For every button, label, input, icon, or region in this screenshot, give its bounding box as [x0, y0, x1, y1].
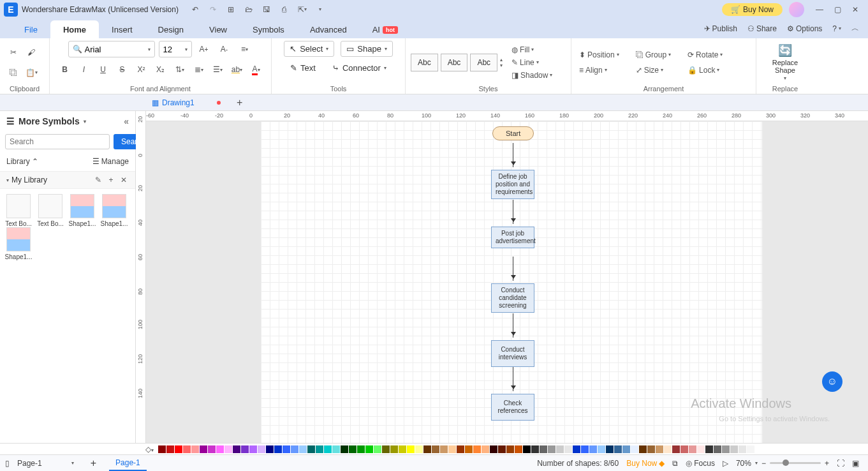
- color-swatch[interactable]: [631, 445, 638, 453]
- zoom-level[interactable]: 70%: [736, 459, 751, 468]
- flowchart-box-3[interactable]: Conduct candidate screening: [491, 283, 534, 313]
- menu-advanced[interactable]: Advanced: [297, 20, 360, 38]
- color-swatch[interactable]: [581, 445, 589, 453]
- fill-button[interactable]: ◍Fill▾: [509, 44, 555, 56]
- color-swatch[interactable]: [291, 445, 298, 453]
- color-swatch[interactable]: [556, 445, 564, 453]
- color-swatch[interactable]: [598, 445, 605, 453]
- color-swatch[interactable]: [465, 445, 473, 453]
- color-swatch[interactable]: [548, 445, 555, 453]
- page[interactable]: Start Define job position and requiremen…: [261, 121, 762, 443]
- shadow-button[interactable]: ◨Shadow▾: [509, 70, 555, 81]
- line-button[interactable]: ✎Line▾: [509, 57, 555, 68]
- strike-button[interactable]: S: [114, 61, 131, 78]
- lib-item[interactable]: Shape1...: [66, 194, 98, 227]
- increase-font-button[interactable]: A+: [196, 41, 212, 57]
- color-swatch[interactable]: [274, 445, 282, 453]
- lib-item[interactable]: Shape1...: [98, 194, 130, 227]
- qat-more-icon[interactable]: ▾: [315, 4, 325, 15]
- color-swatch[interactable]: [183, 445, 191, 453]
- focus-button[interactable]: ◎Focus: [686, 459, 715, 468]
- color-swatch[interactable]: [208, 445, 216, 453]
- maximize-icon[interactable]: ▢: [828, 1, 846, 19]
- library-dropdown[interactable]: Library ⌃: [6, 157, 38, 166]
- highlight-button[interactable]: ab▾: [229, 61, 246, 78]
- color-swatch[interactable]: [747, 445, 754, 453]
- decrease-font-button[interactable]: A-: [216, 41, 233, 57]
- color-swatch[interactable]: [672, 445, 680, 453]
- color-swatch[interactable]: [191, 445, 199, 453]
- flowchart-start[interactable]: Start: [492, 126, 534, 140]
- underline-button[interactable]: U: [95, 61, 112, 78]
- group-button[interactable]: ⿻Group▾: [633, 49, 673, 61]
- page-layout-icon[interactable]: ▯: [5, 459, 10, 468]
- fit-page-icon[interactable]: ⛶: [837, 459, 844, 468]
- collapse-ribbon-button[interactable]: ︿: [848, 21, 863, 36]
- color-swatch[interactable]: [498, 445, 506, 453]
- color-swatch[interactable]: [349, 445, 357, 453]
- copy-button[interactable]: ⿻: [5, 64, 22, 81]
- user-avatar[interactable]: [789, 2, 804, 17]
- color-swatch[interactable]: [440, 445, 448, 453]
- italic-button[interactable]: I: [76, 61, 92, 78]
- font-name-field[interactable]: [85, 45, 145, 54]
- color-swatch[interactable]: [423, 445, 431, 453]
- color-swatch[interactable]: [166, 445, 174, 453]
- color-swatch[interactable]: [473, 445, 481, 453]
- color-swatch[interactable]: [390, 445, 398, 453]
- manage-button[interactable]: ☰Manage: [92, 157, 129, 166]
- rotate-button[interactable]: ⟳Rotate▾: [685, 49, 725, 61]
- color-swatch[interactable]: [515, 445, 522, 453]
- zoom-out-button[interactable]: −: [761, 459, 766, 468]
- flowchart-box-4[interactable]: Conduct interviews: [491, 340, 534, 367]
- font-name-input[interactable]: 🔍▾: [68, 41, 155, 57]
- align-top-button[interactable]: ≡▾: [237, 41, 253, 57]
- save-icon[interactable]: 🖫: [261, 4, 272, 15]
- color-swatch[interactable]: [324, 445, 332, 453]
- color-swatch[interactable]: [705, 445, 713, 453]
- color-swatch[interactable]: [647, 445, 655, 453]
- color-swatch[interactable]: [374, 445, 381, 453]
- lib-edit-icon[interactable]: ✎: [93, 176, 103, 184]
- lib-add-icon[interactable]: +: [106, 176, 116, 184]
- publish-button[interactable]: ✈Publish: [700, 22, 741, 35]
- redo-icon[interactable]: ↷: [208, 4, 218, 15]
- color-swatch[interactable]: [307, 445, 315, 453]
- add-page-button[interactable]: +: [91, 458, 96, 469]
- color-swatch[interactable]: [407, 445, 415, 453]
- color-swatch[interactable]: [490, 445, 497, 453]
- replace-shape-button[interactable]: 🔄 Replace Shape ▾: [761, 43, 809, 81]
- subscript-button[interactable]: X₂: [152, 61, 169, 78]
- color-swatch[interactable]: [357, 445, 365, 453]
- number-list-button[interactable]: ☰▾: [210, 61, 226, 78]
- color-swatch[interactable]: [175, 445, 182, 453]
- color-swatch[interactable]: [730, 445, 738, 453]
- print-icon[interactable]: ⎙: [279, 4, 290, 15]
- color-swatch[interactable]: [224, 445, 232, 453]
- color-swatch[interactable]: [216, 445, 224, 453]
- color-swatch[interactable]: [432, 445, 439, 453]
- menu-file[interactable]: File: [11, 20, 50, 38]
- lib-close-icon[interactable]: ✕: [119, 176, 129, 184]
- add-tab-button[interactable]: +: [232, 95, 247, 110]
- style-down-icon[interactable]: ▾: [500, 63, 503, 68]
- color-swatch[interactable]: [341, 445, 348, 453]
- color-swatch[interactable]: [639, 445, 647, 453]
- color-swatch[interactable]: [722, 445, 730, 453]
- open-icon[interactable]: 🗁: [244, 4, 254, 15]
- close-icon[interactable]: ✕: [846, 1, 864, 19]
- zoom-slider[interactable]: [770, 462, 821, 464]
- options-button[interactable]: ⚙Options: [783, 22, 826, 35]
- color-swatch[interactable]: [457, 445, 464, 453]
- select-button[interactable]: ↖Select▾: [284, 41, 334, 57]
- bullet-list-button[interactable]: ≣▾: [191, 61, 207, 78]
- style-up-icon[interactable]: ▴: [500, 57, 503, 63]
- export-icon[interactable]: ⇱▾: [297, 4, 307, 15]
- color-swatch[interactable]: [200, 445, 207, 453]
- fill-picker-icon[interactable]: ◇▾: [145, 445, 154, 454]
- menu-insert[interactable]: Insert: [99, 20, 145, 38]
- flowchart-box-2[interactable]: Post job advertisement: [491, 227, 534, 248]
- chevron-down-icon[interactable]: ▾: [71, 460, 74, 466]
- color-swatch[interactable]: [365, 445, 373, 453]
- lib-item[interactable]: Shape1...: [3, 227, 34, 260]
